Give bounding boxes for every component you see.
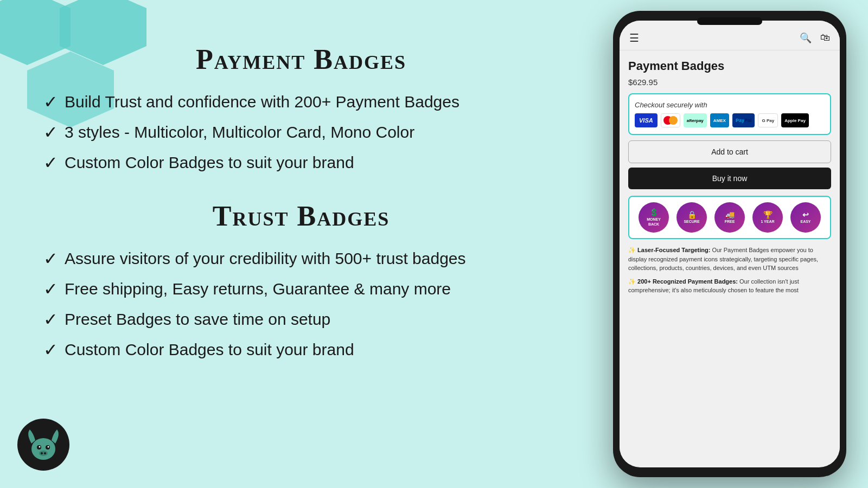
cart-icon[interactable]: 🛍 <box>820 32 830 44</box>
bull-logo <box>16 418 71 472</box>
svg-point-5 <box>48 446 49 448</box>
phone-notch <box>697 17 762 25</box>
product-title: Payment Badges <box>628 59 831 73</box>
trust-feature-2: ✓ Free shipping, Easy returns, Guarantee… <box>43 279 559 299</box>
desc-2-bold: 200+ Recognized Payment Badges: <box>637 278 738 285</box>
gpay-payment-badge: G Pay <box>758 113 778 127</box>
svg-point-8 <box>44 452 46 454</box>
phone-content: Payment Badges $629.95 Checkout securely… <box>620 50 840 465</box>
phone-top-icons: 🔍 🛍 <box>800 32 830 44</box>
check-icon-6: ✓ <box>43 309 58 330</box>
search-icon[interactable]: 🔍 <box>800 32 812 44</box>
return-icon: ↩ <box>802 211 809 219</box>
trust-feature-1: ✓ Assure visitors of your credibility wi… <box>43 248 559 269</box>
trust-feature-4: ✓ Custom Color Badges to suit your brand <box>43 339 559 360</box>
check-icon-3: ✓ <box>43 152 58 173</box>
check-icon-4: ✓ <box>43 248 58 269</box>
svg-point-6 <box>39 451 48 456</box>
payment-feature-3: ✓ Custom Color Badges to suit your brand <box>43 152 559 173</box>
check-icon-1: ✓ <box>43 92 58 112</box>
afterpay-payment-badge: afterpay <box>684 113 707 127</box>
star-icon-2: ✨ <box>628 278 636 285</box>
payment-features-list: ✓ Build Trust and confidence with 200+ P… <box>43 92 559 173</box>
applepay-payment-badge: Apple Pay <box>781 113 809 127</box>
trust-badges-title: Trust Badges <box>43 200 559 232</box>
left-content: Payment Badges ✓ Build Trust and confide… <box>43 43 559 387</box>
desc-1-bold: Laser-Focused Targeting: <box>637 247 710 253</box>
amex-payment-badge: AMEX <box>710 113 729 127</box>
svg-point-7 <box>41 452 43 454</box>
paypal-payment-badge: PayPal <box>732 113 755 127</box>
check-icon-5: ✓ <box>43 279 58 299</box>
payment-feature-1: ✓ Build Trust and confidence with 200+ P… <box>43 92 559 112</box>
mastercard-payment-badge <box>661 113 680 127</box>
money-back-icon: 💲 <box>649 209 659 217</box>
trust-badge-box: 💲 MONEY BACK 🔒 SECURE 🚚 FREE <box>628 196 831 239</box>
description-1: ✨ Laser-Focused Targeting: Our Payment B… <box>628 246 831 273</box>
svg-point-4 <box>39 446 41 448</box>
svg-point-1 <box>31 438 55 460</box>
payment-badge-box: Checkout securely with VISA afterpay <box>628 93 831 135</box>
phone-frame: ☰ 🔍 🛍 Payment Badges $629.95 Checkout se… <box>613 11 846 477</box>
check-icon-2: ✓ <box>43 122 58 143</box>
money-back-badge: 💲 MONEY BACK <box>639 202 669 233</box>
star-icon-1: ✨ <box>628 247 636 253</box>
secure-checkout-badge: 🔒 SECURE <box>676 202 707 233</box>
phone-mockup: ☰ 🔍 🛍 Payment Badges $629.95 Checkout se… <box>613 11 846 477</box>
trophy-icon: 🏆 <box>763 211 773 219</box>
checkout-label: Checkout securely with <box>635 101 825 109</box>
buy-now-button[interactable]: Buy it now <box>628 168 831 189</box>
hamburger-menu-icon[interactable]: ☰ <box>629 31 639 44</box>
check-icon-7: ✓ <box>43 339 58 360</box>
trust-feature-3: ✓ Preset Badges to save time on setup <box>43 309 559 330</box>
trust-features-list: ✓ Assure visitors of your credibility wi… <box>43 248 559 360</box>
payment-feature-2: ✓ 3 styles - Multicolor, Multicolor Card… <box>43 122 559 143</box>
visa-payment-badge: VISA <box>635 113 658 127</box>
product-price: $629.95 <box>628 78 831 87</box>
lock-icon: 🔒 <box>687 211 697 219</box>
warranty-badge: 🏆 1 YEAR <box>752 202 783 233</box>
add-to-cart-button[interactable]: Add to cart <box>628 140 831 163</box>
payment-icons-row: VISA afterpay AMEX PayPal <box>635 113 825 127</box>
free-shipping-badge: 🚚 FREE <box>714 202 745 233</box>
description-2: ✨ 200+ Recognized Payment Badges: Our co… <box>628 277 831 295</box>
phone-top-bar: ☰ 🔍 🛍 <box>620 21 840 50</box>
easy-returns-badge: ↩ EASY <box>790 202 821 233</box>
phone-screen: ☰ 🔍 🛍 Payment Badges $629.95 Checkout se… <box>620 21 840 467</box>
payment-badges-title: Payment Badges <box>43 43 559 75</box>
truck-icon: 🚚 <box>725 211 735 219</box>
